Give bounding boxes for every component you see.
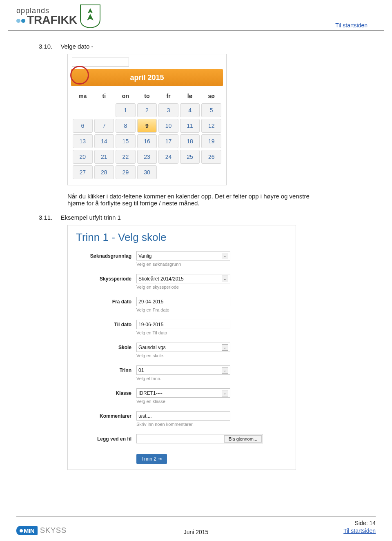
calendar-day[interactable]: 29: [116, 165, 136, 179]
form-help-text: Velg en skyssperiode: [136, 285, 287, 289]
form-select[interactable]: IDRET1----⌄: [136, 388, 230, 398]
calendar-day[interactable]: 2: [137, 103, 157, 117]
form-select-value: Gausdal vgs: [138, 345, 166, 350]
form-screenshot: Trinn 1 - Velg skole SøknadsgrunnlagVanl…: [67, 225, 296, 470]
form-select-value: Skoleåret 2014/2015: [138, 276, 184, 282]
form-help-text: Velg en Fra dato: [136, 307, 287, 312]
calendar-date-input[interactable]: [72, 58, 129, 67]
form-select[interactable]: Vanlig⌄: [136, 251, 230, 260]
calendar-day[interactable]: 22: [116, 150, 136, 164]
calendar-day[interactable]: 20: [73, 150, 93, 164]
calendar-day[interactable]: 14: [94, 134, 114, 148]
calendar-weekday: sø: [201, 90, 221, 102]
calendar-day[interactable]: 12: [201, 119, 221, 133]
form-select[interactable]: Gausdal vgs⌄: [136, 343, 230, 352]
calendar-day[interactable]: 25: [180, 150, 200, 164]
section-3-11-num: 3.11.: [39, 214, 52, 221]
form-select[interactable]: 01⌄: [136, 365, 230, 375]
skyss-text: SKYSS: [40, 526, 67, 535]
form-label: Skyssperiode: [76, 274, 136, 282]
calendar-day[interactable]: 27: [73, 165, 93, 179]
form-label: Fra dato: [76, 297, 136, 305]
form-input[interactable]: 19-06-2015: [136, 320, 230, 329]
browse-button[interactable]: Bla gjennom...: [224, 435, 262, 443]
form-label: Trinn: [76, 365, 136, 373]
form-input[interactable]: test....: [136, 411, 230, 421]
form-row: KlasseIDRET1----⌄Velg en klasse.: [76, 388, 287, 404]
form-row: SkoleGausdal vgs⌄Velg en skole.: [76, 343, 287, 358]
chevron-down-icon: ⌄: [222, 344, 228, 351]
calendar-day[interactable]: 21: [94, 150, 114, 164]
chevron-down-icon: ⌄: [222, 390, 228, 396]
form-help-text: Velg en skole.: [136, 353, 287, 358]
calendar-day[interactable]: 16: [137, 134, 157, 148]
footer-logo: MIN SKYSS: [16, 526, 67, 535]
form-row: SkyssperiodeSkoleåret 2014/2015⌄Velg en …: [76, 274, 287, 289]
calendar-weekday: ti: [94, 90, 114, 102]
calendar-screenshot: april 2015 mationtofrløsø123456789101112…: [67, 54, 227, 185]
calendar-day[interactable]: 23: [137, 150, 157, 164]
form-label: Legg ved en fil: [76, 434, 136, 442]
calendar-day[interactable]: 6: [73, 119, 93, 133]
trinn-2-button-label: Trinn 2: [141, 456, 156, 462]
form-help-text: Velg en søknadsgrunn: [136, 262, 287, 267]
form-row: SøknadsgrunnlagVanlig⌄Velg en søknadsgru…: [76, 251, 287, 267]
calendar-weekday: ma: [73, 90, 93, 102]
form-select[interactable]: Skoleåret 2014/2015⌄: [136, 274, 230, 283]
calendar-day[interactable]: 30: [137, 165, 157, 179]
form-label: Klasse: [76, 388, 136, 396]
form-label: Søknadsgrunnlag: [76, 251, 136, 259]
form-row: Trinn01⌄Velg et trinn.: [76, 365, 287, 381]
header-startside-link[interactable]: Til startsiden: [335, 22, 368, 29]
page-header: opplands TRAFIKK Til startsiden: [8, 0, 384, 31]
calendar-weekday: on: [116, 90, 136, 102]
form-input[interactable]: 29-04-2015: [136, 297, 230, 306]
trinn-2-button[interactable]: Trinn 2 ➔: [136, 454, 167, 464]
opplands-trafikk-logo: opplands TRAFIKK: [16, 7, 77, 26]
calendar-day[interactable]: 7: [94, 119, 114, 133]
calendar-weekday: to: [137, 90, 157, 102]
file-input[interactable]: Bla gjennom...: [136, 434, 263, 443]
calendar-day[interactable]: 24: [158, 150, 178, 164]
calendar-day[interactable]: 10: [158, 119, 178, 133]
chevron-down-icon: ⌄: [222, 367, 228, 374]
form-row: Legg ved en filBla gjennom...: [76, 434, 287, 443]
calendar-weekday: fr: [158, 90, 178, 102]
calendar-day[interactable]: 4: [180, 103, 200, 117]
calendar-day[interactable]: 28: [94, 165, 114, 179]
calendar-day[interactable]: 26: [201, 150, 221, 164]
calendar-month-banner: april 2015: [71, 69, 223, 86]
calendar-day[interactable]: 8: [116, 119, 136, 133]
footer-page-number: Side: 14: [343, 519, 376, 528]
calendar-day[interactable]: 17: [158, 134, 178, 148]
calendar-day[interactable]: 15: [116, 134, 136, 148]
chevron-down-icon: ⌄: [222, 276, 228, 282]
calendar-day[interactable]: 9: [137, 119, 157, 133]
calendar-grid: mationtofrløsø12345678910111213141516171…: [68, 86, 226, 185]
calendar-day[interactable]: 19: [201, 134, 221, 148]
crest-icon: [80, 4, 101, 29]
logo-text-big: TRAFIKK: [16, 14, 77, 26]
calendar-day[interactable]: 18: [180, 134, 200, 148]
chevron-down-icon: ⌄: [222, 253, 228, 259]
arrow-right-icon: ➔: [158, 456, 162, 462]
calendar-weekday: lø: [180, 90, 200, 102]
section-3-10-num: 3.10.: [39, 43, 52, 50]
calendar-day[interactable]: 5: [201, 103, 221, 117]
footer-startside-link[interactable]: Til startsiden: [343, 528, 376, 534]
form-row: Til dato19-06-2015Velg en Til dato: [76, 320, 287, 335]
section-3-10-body: Når du klikker i dato-feltene kommer en …: [67, 193, 312, 207]
calendar-day[interactable]: 1: [116, 103, 136, 117]
page-footer: MIN SKYSS Juni 2015 Side: 14 Til startsi…: [16, 517, 376, 535]
form-select-value: 01: [138, 367, 144, 373]
form-select-value: IDRET1----: [138, 390, 163, 396]
form-title: Trinn 1 - Velg skole: [76, 231, 287, 244]
section-3-10-title: Velge dato -: [60, 43, 93, 50]
calendar-day[interactable]: 11: [180, 119, 200, 133]
form-help-text: Velg et trinn.: [136, 376, 287, 381]
calendar-day[interactable]: 3: [158, 103, 178, 117]
min-logo-badge: MIN: [16, 526, 38, 535]
form-label: Kommentarer: [76, 411, 136, 419]
form-row: Fra dato29-04-2015Velg en Fra dato: [76, 297, 287, 312]
calendar-day[interactable]: 13: [73, 134, 93, 148]
